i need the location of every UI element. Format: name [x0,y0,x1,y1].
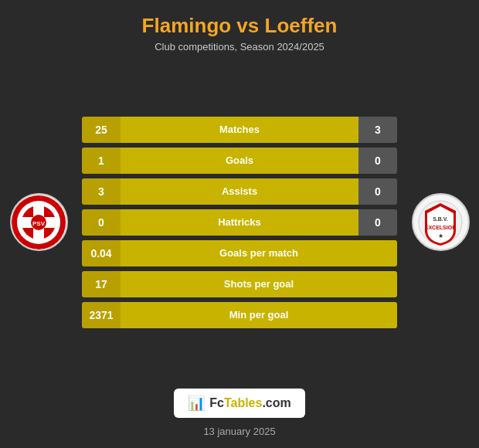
excelsior-logo: S.B.V. EXCELSIOR ★ [412,193,470,251]
stat-label: Hattricks [121,209,358,236]
footer-date: 13 january 2025 [203,418,275,448]
stat-row: 0 Hattricks 0 [82,209,397,236]
stat-val-right: 0 [358,178,397,205]
stat-label: Goals per match [121,240,397,266]
stat-label: Min per goal [121,302,397,328]
svg-text:EXCELSIOR: EXCELSIOR [425,225,456,230]
logo-left: PSV [0,193,77,251]
page-subtitle: Club competitions, Season 2024/2025 [8,41,471,53]
svg-text:★: ★ [438,232,443,239]
svg-text:PSV: PSV [32,220,46,227]
stat-val-left: 1 [82,148,121,174]
stat-row: 0.04 Goals per match [82,240,397,266]
fctables-icon: 📊 [188,395,205,412]
stat-val-left: 3 [82,178,121,205]
main-container: Flamingo vs Loeffen Club competitions, S… [0,0,479,448]
stats-area: PSV 25 Matches 3 1 Goals 0 3 Assists 0 0… [0,59,479,385]
stat-val-left: 2371 [82,302,121,328]
fctables-badge: 📊 FcTables.com [174,389,305,418]
svg-text:S.B.V.: S.B.V. [433,216,448,222]
stat-label: Shots per goal [121,271,397,297]
stat-row: 1 Goals 0 [82,148,397,174]
stat-label: Assists [121,178,358,205]
stat-val-left: 0 [82,209,121,236]
page-title: Flamingo vs Loeffen [8,14,471,38]
fctables-text: FcTables.com [209,396,291,410]
title-section: Flamingo vs Loeffen Club competitions, S… [0,0,479,59]
stat-val-left: 17 [82,271,121,297]
stat-row: 2371 Min per goal [82,302,397,328]
stat-val-right: 3 [358,117,397,143]
stat-label: Matches [121,117,358,143]
psv-logo: PSV [10,193,68,251]
stat-val-right: 0 [358,209,397,236]
logo-right: S.B.V. EXCELSIOR ★ [402,193,479,251]
stat-row: 25 Matches 3 [82,117,397,143]
stats-center: 25 Matches 3 1 Goals 0 3 Assists 0 0 Hat… [77,117,402,328]
stat-val-left: 0.04 [82,240,121,266]
stat-row: 3 Assists 0 [82,178,397,205]
stat-row: 17 Shots per goal [82,271,397,297]
stat-label: Goals [121,148,358,174]
stat-val-right: 0 [358,148,397,174]
stat-val-left: 25 [82,117,121,143]
